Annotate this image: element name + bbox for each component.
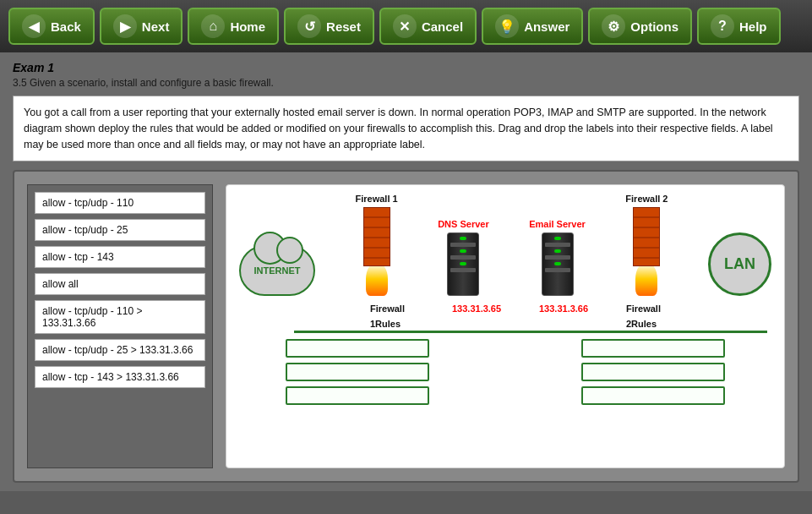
diagram-container: allow - tcp/udp - 110 allow - tcp/udp - … bbox=[13, 170, 799, 483]
fw2-drop-zone-1[interactable] bbox=[581, 339, 725, 358]
firewall2-tower bbox=[633, 207, 660, 296]
fw2-rules-label: Firewall 2Rules bbox=[626, 303, 661, 329]
email-server-node: Email Server bbox=[529, 219, 586, 296]
fw1-rules-label: Firewall 1Rules bbox=[370, 303, 405, 329]
drag-label-2[interactable]: allow - tcp/udp - 25 bbox=[35, 219, 205, 241]
fw1-drop-zone-2[interactable] bbox=[286, 363, 429, 381]
reset-icon: ↺ bbox=[297, 14, 321, 38]
dns-server-tower bbox=[447, 232, 479, 296]
cancel-label: Cancel bbox=[422, 19, 463, 34]
drag-label-4[interactable]: allow all bbox=[35, 273, 205, 295]
answer-label: Answer bbox=[524, 19, 569, 34]
cloud-shape: INTERNET bbox=[239, 245, 315, 296]
firewall2-label: Firewall 2 bbox=[625, 194, 668, 204]
email-slot-1 bbox=[545, 243, 570, 247]
dns-light-3 bbox=[460, 262, 466, 265]
email-ip-label: 133.31.3.66 bbox=[539, 303, 588, 314]
lan-circle: LAN bbox=[708, 232, 771, 296]
cancel-button[interactable]: ✕ Cancel bbox=[379, 8, 477, 45]
email-slot-2 bbox=[545, 255, 570, 260]
dns-slot-2 bbox=[450, 255, 476, 260]
back-button[interactable]: ◀ Back bbox=[8, 8, 95, 45]
drag-label-5[interactable]: allow - tcp/udp - 110 > 133.31.3.66 bbox=[35, 300, 205, 334]
help-icon: ? bbox=[711, 14, 734, 38]
home-label: Home bbox=[230, 19, 265, 34]
help-button[interactable]: ? Help bbox=[697, 8, 781, 45]
email-server-label: Email Server bbox=[529, 219, 586, 229]
answer-button[interactable]: 💡 Answer bbox=[482, 8, 583, 45]
drag-label-7[interactable]: allow - tcp - 143 > 133.31.3.66 bbox=[35, 366, 205, 388]
fw2-drop-zone-3[interactable] bbox=[581, 386, 725, 405]
firewall2-flame bbox=[635, 262, 657, 296]
exam-subtitle: 3.5 Given a scenario, install and config… bbox=[13, 77, 799, 89]
email-light-3 bbox=[554, 262, 561, 265]
firewall1-node: Firewall 1 bbox=[356, 194, 398, 296]
firewall1-brick bbox=[363, 207, 390, 266]
internet-label: INTERNET bbox=[254, 265, 301, 276]
fw1-drop-zone-1[interactable] bbox=[286, 339, 429, 358]
dns-light-2 bbox=[460, 249, 466, 253]
lan-node: LAN bbox=[708, 232, 771, 296]
instruction-box: You got a call from a user reporting tha… bbox=[13, 96, 799, 161]
fw2-drop-zone-2[interactable] bbox=[581, 363, 725, 381]
cancel-icon: ✕ bbox=[393, 14, 417, 38]
dns-server-node: DNS Server bbox=[438, 219, 489, 296]
help-label: Help bbox=[739, 19, 767, 34]
reset-label: Reset bbox=[326, 19, 361, 34]
home-icon: ⌂ bbox=[201, 14, 225, 38]
fw1-drop-zone-3[interactable] bbox=[286, 386, 429, 405]
next-icon: ▶ bbox=[113, 14, 137, 38]
main-content: Exam 1 3.5 Given a scenario, install and… bbox=[0, 52, 812, 491]
answer-icon: 💡 bbox=[495, 14, 519, 38]
home-button[interactable]: ⌂ Home bbox=[188, 8, 279, 45]
email-slot-3 bbox=[545, 268, 570, 272]
fw1-ip-label: 133.31.3.65 bbox=[452, 303, 501, 314]
firewall2-node: Firewall 2 bbox=[625, 194, 668, 296]
email-light-2 bbox=[554, 249, 561, 253]
email-light-1 bbox=[554, 237, 561, 240]
next-button[interactable]: ▶ Next bbox=[100, 8, 183, 45]
labels-panel: allow - tcp/udp - 110 allow - tcp/udp - … bbox=[27, 184, 213, 468]
exam-title: Exam 1 bbox=[13, 61, 799, 74]
network-line bbox=[294, 331, 767, 333]
internet-node: INTERNET bbox=[239, 245, 315, 296]
drag-label-1[interactable]: allow - tcp/udp - 110 bbox=[35, 192, 205, 214]
dns-server-label: DNS Server bbox=[438, 219, 489, 229]
network-diagram: INTERNET Firewall 1 DNS Server bbox=[226, 184, 785, 468]
reset-button[interactable]: ↺ Reset bbox=[284, 8, 374, 45]
drag-label-6[interactable]: allow - tcp/udp - 25 > 133.31.3.66 bbox=[35, 339, 205, 361]
firewall1-tower bbox=[363, 207, 390, 296]
firewall1-flame bbox=[366, 262, 388, 296]
back-label: Back bbox=[51, 19, 81, 34]
next-label: Next bbox=[142, 19, 170, 34]
toolbar: ◀ Back ▶ Next ⌂ Home ↺ Reset ✕ Cancel 💡 … bbox=[0, 0, 812, 52]
options-button[interactable]: ⚙ Options bbox=[588, 8, 692, 45]
options-icon: ⚙ bbox=[602, 14, 625, 38]
dns-light-1 bbox=[460, 237, 466, 240]
options-label: Options bbox=[630, 19, 678, 34]
dns-slot-3 bbox=[450, 268, 476, 272]
back-icon: ◀ bbox=[22, 14, 46, 38]
email-server-tower bbox=[542, 232, 574, 296]
dns-slot-1 bbox=[450, 243, 476, 247]
firewall2-brick bbox=[633, 207, 660, 266]
firewall1-label: Firewall 1 bbox=[356, 194, 398, 204]
drag-label-3[interactable]: allow - tcp - 143 bbox=[35, 246, 205, 268]
